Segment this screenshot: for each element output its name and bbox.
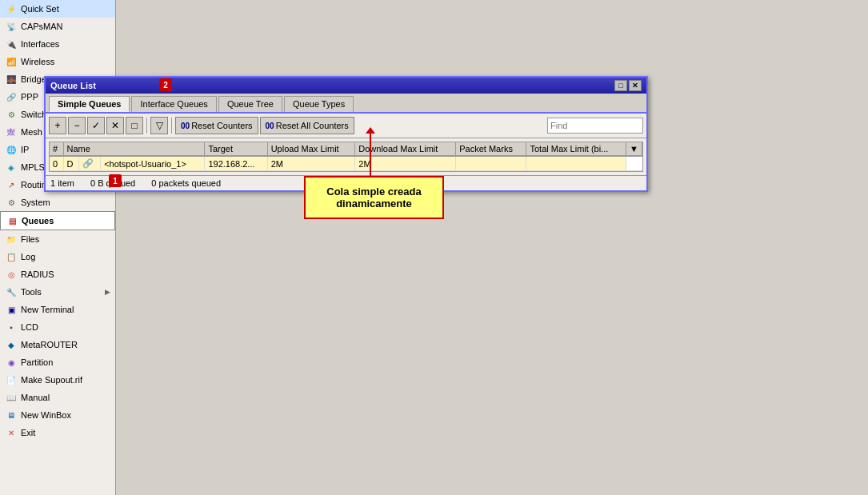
close-button[interactable]: ✕	[629, 80, 642, 91]
sidebar-item-queues[interactable]: ▤Queues	[0, 211, 115, 230]
sidebar-label-new-winbox: New WinBox	[21, 410, 71, 420]
annotation-line1: Cola simple creada	[326, 186, 422, 198]
sidebar-item-interfaces[interactable]: 🔌Interfaces	[0, 35, 115, 53]
cell-name: <hotspot-Usuario_1>	[101, 156, 205, 171]
tab-tree[interactable]: Queue Tree	[218, 96, 282, 112]
sidebar-item-new-winbox[interactable]: 🖥New WinBox	[0, 406, 115, 424]
main-area	[116, 0, 868, 495]
quick-set-icon: ⚡	[5, 2, 18, 15]
cell-num: 0	[50, 156, 63, 171]
sidebar-label-mpls: MPLS	[21, 162, 45, 172]
routing-icon: ↗	[5, 178, 18, 191]
cell-icon: 🔗	[79, 156, 101, 171]
sidebar-item-system[interactable]: ⚙System	[0, 194, 115, 211]
col-target: Target	[205, 142, 267, 156]
sidebar-label-ip: IP	[21, 145, 29, 154]
sidebar: ⚡Quick Set📡CAPsMAN🔌Interfaces📶Wireless🌉B…	[0, 0, 116, 495]
tab-types[interactable]: Queue Types	[284, 96, 354, 112]
switch-icon: ⚙	[5, 108, 18, 121]
sidebar-item-quick-set[interactable]: ⚡Quick Set	[0, 0, 115, 18]
sidebar-label-metarouter: MetaROUTER	[21, 340, 78, 349]
metarouter-icon: ◆	[5, 338, 18, 351]
add-button[interactable]: +	[49, 117, 66, 134]
sidebar-label-mesh: Mesh	[21, 127, 42, 137]
sidebar-label-radius: RADIUS	[21, 269, 54, 279]
window-titlebar: Queue List □ ✕	[46, 78, 646, 94]
sidebar-item-make-supout[interactable]: 📄Make Supout.rif	[0, 371, 115, 389]
tab-simple[interactable]: Simple Queues	[49, 96, 130, 112]
cell-flag: D	[63, 156, 79, 171]
sidebar-label-partition: Partition	[21, 357, 53, 367]
lcd-icon: ▪	[5, 321, 18, 333]
sidebar-item-wireless[interactable]: 📶Wireless	[0, 53, 115, 70]
status-items: 1 item	[50, 178, 74, 188]
sidebar-label-switch: Switch	[21, 110, 46, 119]
oo-icon-2: 00	[266, 122, 274, 130]
toolbar-separator-1	[146, 118, 147, 134]
bridge-icon: 🌉	[5, 73, 18, 86]
mpls-icon: ◈	[5, 161, 18, 174]
sidebar-label-manual: Manual	[21, 393, 50, 402]
sidebar-label-new-terminal: New Terminal	[21, 305, 74, 314]
table-row[interactable]: 0D🔗<hotspot-Usuario_1>192.168.2...2M2M	[50, 156, 642, 171]
queue-table-body: 0D🔗<hotspot-Usuario_1>192.168.2...2M2M	[50, 156, 642, 171]
filter-button[interactable]: ▽	[150, 117, 168, 134]
sidebar-item-radius[interactable]: ◎RADIUS	[0, 265, 115, 283]
sidebar-label-make-supout: Make Supout.rif	[21, 375, 82, 385]
maximize-button[interactable]: □	[614, 80, 627, 91]
files-icon: 📁	[5, 233, 18, 246]
copy-button[interactable]: □	[126, 117, 143, 134]
enable-button[interactable]: ✓	[87, 117, 105, 134]
col-total: Total Max Limit (bi...	[526, 142, 626, 156]
col-upload: Upload Max Limit	[267, 142, 355, 156]
sidebar-item-capsman[interactable]: 📡CAPsMAN	[0, 18, 115, 35]
sidebar-item-new-terminal[interactable]: ▣New Terminal	[0, 301, 115, 318]
ppp-icon: 🔗	[5, 90, 18, 103]
wireless-icon: 📶	[5, 55, 18, 68]
tab-interface[interactable]: Interface Queues	[131, 96, 216, 112]
new-winbox-icon: 🖥	[5, 409, 18, 421]
col-name: Name	[63, 142, 205, 156]
remove-button[interactable]: −	[68, 117, 86, 134]
sidebar-label-system: System	[21, 198, 50, 207]
sidebar-label-log: Log	[21, 252, 35, 261]
sidebar-label-wireless: Wireless	[21, 57, 54, 66]
reset-all-counters-button[interactable]: 00 Reset All Counters	[260, 117, 354, 134]
cell-target: 192.168.2...	[205, 156, 267, 171]
sidebar-item-partition[interactable]: ◉Partition	[0, 353, 115, 371]
sidebar-item-exit[interactable]: ✕Exit	[0, 424, 115, 441]
queue-list-window: Queue List □ ✕ Simple QueuesInterface Qu…	[44, 76, 648, 192]
toolbar: + − ✓ ✕ □ ▽ 00 Reset Counters 00 Reset A…	[46, 114, 646, 138]
annotation-box: Cola simple creada dinamicamente	[304, 176, 444, 219]
status-packets: 0 packets queued	[151, 178, 221, 188]
sidebar-label-quick-set: Quick Set	[21, 4, 59, 14]
log-icon: 📋	[5, 250, 18, 263]
exit-icon: ✕	[5, 426, 18, 439]
sidebar-label-lcd: LCD	[21, 322, 38, 332]
sidebar-item-files[interactable]: 📁Files	[0, 230, 115, 248]
col-expand[interactable]: ▼	[626, 142, 642, 156]
sidebar-item-metarouter[interactable]: ◆MetaROUTER	[0, 336, 115, 353]
disable-button[interactable]: ✕	[106, 117, 124, 134]
oo-icon-1: 00	[181, 122, 190, 130]
reset-counters-button[interactable]: 00 Reset Counters	[175, 117, 258, 134]
sidebar-label-ppp: PPP	[21, 92, 38, 102]
sidebar-item-tools[interactable]: 🔧Tools▶	[0, 283, 115, 301]
sidebar-item-log[interactable]: 📋Log	[0, 248, 115, 265]
sidebar-label-exit: Exit	[21, 428, 35, 437]
make-supout-icon: 📄	[5, 373, 18, 386]
new-terminal-icon: ▣	[5, 303, 18, 316]
tools-icon: 🔧	[5, 285, 18, 298]
manual-icon: 📖	[5, 391, 18, 404]
sidebar-item-manual[interactable]: 📖Manual	[0, 389, 115, 406]
queues-icon: ▤	[6, 214, 18, 227]
sidebar-label-tools: Tools	[21, 287, 42, 297]
find-input[interactable]	[547, 118, 643, 134]
radius-icon: ◎	[5, 268, 18, 281]
sidebar-label-files: Files	[21, 234, 39, 244]
table-header-row: # Name Target Upload Max Limit Download …	[50, 142, 642, 156]
sidebar-item-lcd[interactable]: ▪LCD	[0, 318, 115, 336]
window-title: Queue List	[50, 81, 96, 90]
col-marks: Packet Marks	[456, 142, 526, 156]
cell-marks	[456, 156, 526, 171]
